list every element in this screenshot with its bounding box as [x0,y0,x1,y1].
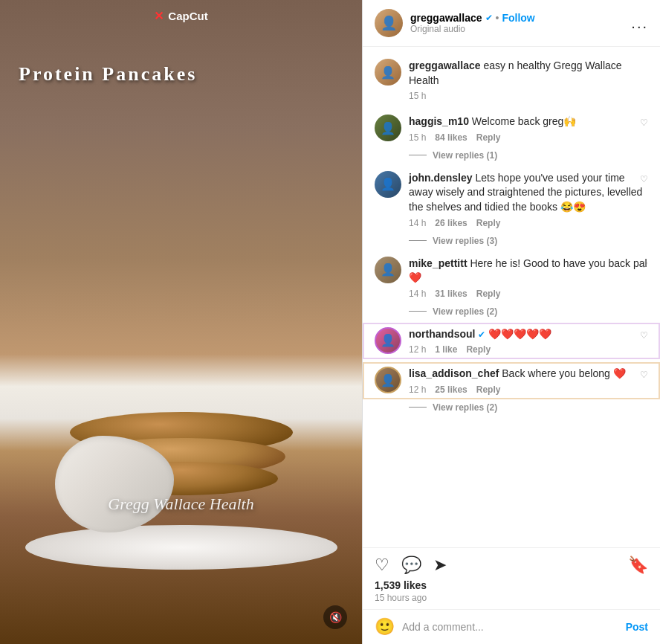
mike-comment-body: mike_pettitt Here he is! Good to have yo… [409,257,648,299]
mike-replies-text[interactable]: View replies (2) [433,306,497,317]
john-comment-text: john.densley Lets hope you've used your … [409,171,648,215]
poster-username[interactable]: greggawallace [410,12,482,24]
lisa-time: 12 h [409,384,426,395]
lisa-view-replies[interactable]: View replies (2) [363,399,660,419]
mike-avatar: 👤 [375,257,401,283]
capcut-header: ✕ CapCut [154,9,207,23]
add-comment-bar: 🙂 Post [363,609,660,644]
north-comment-body: northandsoul ✔ ❤️❤️❤️❤️❤️ 12 h 1 like Re… [409,327,648,355]
north-text: ❤️❤️❤️❤️❤️ [488,328,551,340]
john-comment-body: john.densley Lets hope you've used your … [409,171,648,228]
haggis-avatar: 👤 [375,115,401,141]
north-meta: 12 h 1 like Reply [409,344,648,355]
comment-input[interactable] [402,621,618,633]
mike-reply-dash [409,311,427,312]
john-reply-button[interactable]: Reply [476,218,501,228]
north-heart-button[interactable]: ♡ [640,330,648,341]
john-time: 14 h [409,218,426,228]
lisa-meta: 12 h 25 likes Reply [409,384,648,395]
comment-icon: 💬 [401,556,421,574]
john-meta: 14 h 26 likes Reply [409,218,648,228]
caption-time: 15 h [409,91,648,101]
john-username[interactable]: john.densley [409,172,473,184]
lisa-username[interactable]: lisa_addison_chef [409,367,499,379]
north-comment-row: 👤 northandsoul ✔ ❤️❤️❤️❤️❤️ 12 h 1 like … [363,323,660,360]
john-avatar: 👤 [375,171,401,198]
john-reply-dash [409,240,427,241]
emoji-icon: 🙂 [375,617,395,636]
haggis-replies-text[interactable]: View replies (1) [433,150,497,161]
comment-button[interactable]: 💬 [401,556,421,575]
north-verified: ✔ [478,329,485,340]
haggis-heart-button[interactable]: ♡ [640,117,648,128]
video-title-area: Protein Pancakes [19,63,197,86]
north-time: 12 h [409,344,426,355]
haggis-text: Welcome back greg🙌 [472,115,576,127]
share-icon: ➤ [433,556,447,574]
dot-separator: • [496,12,499,24]
mike-reply-button[interactable]: Reply [476,289,501,299]
haggis-username[interactable]: haggis_m10 [409,115,469,127]
reply-dash [409,155,427,155]
mike-likes: 31 likes [435,289,467,299]
action-icons: ♡ 💬 ➤ 🔖 [375,556,648,575]
john-replies-text[interactable]: View replies (3) [433,236,497,246]
mute-button[interactable]: 🔇 [323,605,347,629]
post-comment-button[interactable]: Post [626,621,648,633]
pancake-stack [70,412,293,532]
john-heart-button[interactable]: ♡ [640,174,648,184]
caption-text: greggawallace easy n healthy Gregg Walla… [409,59,648,88]
likes-count: 1,539 likes [375,579,648,591]
north-likes: 1 like [435,344,457,355]
lisa-avatar: 👤 [375,367,401,393]
action-bar: ♡ 💬 ➤ 🔖 1,539 likes 15 hours ago [363,547,660,609]
lisa-text: Back where you belong ❤️ [502,367,625,379]
post-time: 15 hours ago [375,593,648,603]
caption-avatar-icon: 👤 [381,65,395,80]
john-avatar-icon: 👤 [381,177,395,191]
haggis-meta: 15 h 84 likes Reply [409,132,648,143]
more-options-button[interactable]: ... [631,15,648,32]
post-caption: 👤 greggawallace easy n healthy Gregg Wal… [363,56,660,110]
caption-username[interactable]: greggawallace [409,59,481,71]
lisa-comment-body: lisa_addison_chef Back where you belong … [409,367,648,395]
lisa-comment-row: 👤 lisa_addison_chef Back where you belon… [363,362,660,399]
mike-username[interactable]: mike_pettitt [409,257,468,269]
mute-icon: 🔇 [329,611,342,623]
lisa-likes: 25 likes [435,384,467,395]
follow-button[interactable]: Follow [502,12,534,24]
video-title: Protein Pancakes [19,63,197,86]
lisa-comment-text: lisa_addison_chef Back where you belong … [409,367,648,381]
mike-comment-text: mike_pettitt Here he is! Good to have yo… [409,257,648,286]
like-button[interactable]: ♡ [375,556,389,575]
username-row: greggawallace ✔ • Follow [410,12,624,24]
share-button[interactable]: ➤ [433,556,447,575]
original-audio: Original audio [410,24,624,34]
poster-avatar[interactable]: 👤 [375,9,403,37]
verified-badge: ✔ [485,13,493,23]
john-likes: 26 likes [435,218,467,228]
header-info: greggawallace ✔ • Follow Original audio [410,12,624,34]
haggis-comment-body: haggis_m10 Welcome back greg🙌 15 h 84 li… [409,115,648,143]
comments-area[interactable]: 👤 greggawallace easy n healthy Gregg Wal… [363,47,660,547]
emoji-button[interactable]: 🙂 [375,617,395,637]
mike-time: 14 h [409,289,426,299]
lisa-reply-dash [409,407,427,408]
mike-meta: 14 h 31 likes Reply [409,289,648,299]
haggis-view-replies[interactable]: View replies (1) [363,147,660,167]
comment-row: 👤 haggis_m10 Welcome back greg🙌 15 h 84 … [363,110,660,147]
north-username[interactable]: northandsoul [409,328,475,340]
lisa-reply-button[interactable]: Reply [476,384,501,395]
mike-view-replies[interactable]: View replies (2) [363,303,660,323]
lisa-replies-text[interactable]: View replies (2) [433,402,497,413]
north-reply-button[interactable]: Reply [466,344,491,355]
save-button[interactable]: 🔖 [628,556,648,575]
mike-heart-button[interactable]: ♡ [640,260,648,270]
bookmark-icon: 🔖 [628,556,648,574]
john-view-replies[interactable]: View replies (3) [363,233,660,252]
north-comment-text: northandsoul ✔ ❤️❤️❤️❤️❤️ [409,327,648,342]
haggis-reply-button[interactable]: Reply [476,132,501,143]
lisa-heart-button[interactable]: ♡ [640,370,648,380]
haggis-comment-text: haggis_m10 Welcome back greg🙌 [409,115,648,129]
capcut-label: CapCut [168,10,207,22]
